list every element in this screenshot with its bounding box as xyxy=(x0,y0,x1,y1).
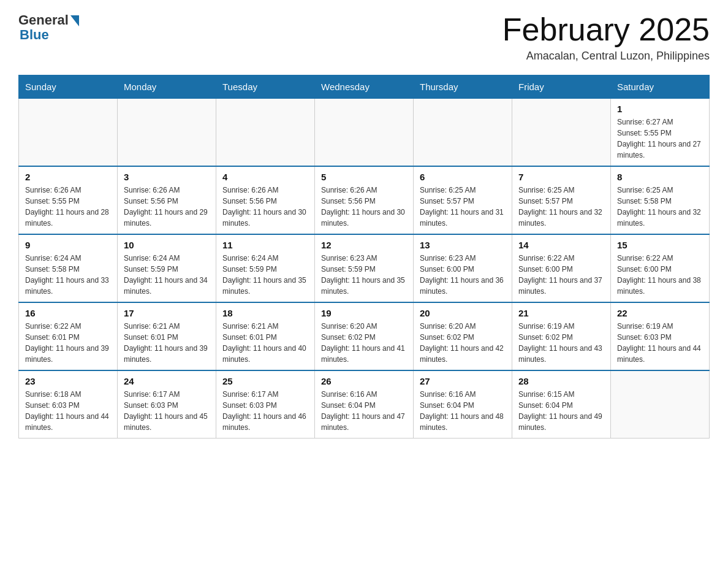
calendar-cell: 19Sunrise: 6:20 AM Sunset: 6:02 PM Dayli… xyxy=(315,302,414,370)
day-info: Sunrise: 6:25 AM Sunset: 5:57 PM Dayligh… xyxy=(518,185,604,229)
calendar-cell xyxy=(118,99,216,167)
day-header-monday: Monday xyxy=(118,75,216,99)
calendar-week-row: 9Sunrise: 6:24 AM Sunset: 5:58 PM Daylig… xyxy=(19,234,710,302)
calendar-cell xyxy=(315,99,414,167)
day-number: 20 xyxy=(420,308,506,318)
day-info: Sunrise: 6:23 AM Sunset: 6:00 PM Dayligh… xyxy=(420,253,506,297)
calendar-cell: 7Sunrise: 6:25 AM Sunset: 5:57 PM Daylig… xyxy=(512,166,611,234)
calendar-cell: 8Sunrise: 6:25 AM Sunset: 5:58 PM Daylig… xyxy=(611,166,710,234)
day-header-saturday: Saturday xyxy=(611,75,710,99)
calendar-cell: 21Sunrise: 6:19 AM Sunset: 6:02 PM Dayli… xyxy=(512,302,611,370)
calendar-cell: 5Sunrise: 6:26 AM Sunset: 5:56 PM Daylig… xyxy=(315,166,414,234)
calendar-cell xyxy=(611,370,710,439)
day-number: 18 xyxy=(222,308,308,318)
day-number: 6 xyxy=(420,172,506,182)
calendar-week-row: 1Sunrise: 6:27 AM Sunset: 5:55 PM Daylig… xyxy=(19,99,710,167)
calendar-cell: 9Sunrise: 6:24 AM Sunset: 5:58 PM Daylig… xyxy=(19,234,118,302)
day-header-sunday: Sunday xyxy=(19,75,118,99)
calendar-cell: 12Sunrise: 6:23 AM Sunset: 5:59 PM Dayli… xyxy=(315,234,414,302)
calendar-week-row: 23Sunrise: 6:18 AM Sunset: 6:03 PM Dayli… xyxy=(19,370,710,439)
day-info: Sunrise: 6:15 AM Sunset: 6:04 PM Dayligh… xyxy=(518,389,604,433)
day-info: Sunrise: 6:26 AM Sunset: 5:56 PM Dayligh… xyxy=(124,185,210,229)
day-info: Sunrise: 6:21 AM Sunset: 6:01 PM Dayligh… xyxy=(124,321,210,365)
calendar-cell: 6Sunrise: 6:25 AM Sunset: 5:57 PM Daylig… xyxy=(414,166,512,234)
calendar-cell: 26Sunrise: 6:16 AM Sunset: 6:04 PM Dayli… xyxy=(315,370,414,439)
day-number: 23 xyxy=(25,376,111,386)
title-section: February 2025 Amacalan, Central Luzon, P… xyxy=(502,12,710,63)
day-info: Sunrise: 6:22 AM Sunset: 6:00 PM Dayligh… xyxy=(518,253,604,297)
logo-blue-text: Blue xyxy=(20,27,49,43)
day-number: 1 xyxy=(617,104,703,114)
day-info: Sunrise: 6:27 AM Sunset: 5:55 PM Dayligh… xyxy=(617,117,703,161)
calendar-cell: 4Sunrise: 6:26 AM Sunset: 5:56 PM Daylig… xyxy=(216,166,315,234)
day-info: Sunrise: 6:20 AM Sunset: 6:02 PM Dayligh… xyxy=(420,321,506,365)
logo-general-text: General xyxy=(18,12,69,28)
day-number: 15 xyxy=(617,240,703,250)
logo-triangle-icon xyxy=(70,15,79,26)
day-number: 28 xyxy=(518,376,604,386)
calendar-cell: 24Sunrise: 6:17 AM Sunset: 6:03 PM Dayli… xyxy=(118,370,216,439)
day-number: 4 xyxy=(222,172,308,182)
day-number: 7 xyxy=(518,172,604,182)
calendar-cell xyxy=(216,99,315,167)
calendar-cell xyxy=(414,99,512,167)
calendar-week-row: 2Sunrise: 6:26 AM Sunset: 5:55 PM Daylig… xyxy=(19,166,710,234)
day-info: Sunrise: 6:20 AM Sunset: 6:02 PM Dayligh… xyxy=(321,321,407,365)
day-header-tuesday: Tuesday xyxy=(216,75,315,99)
calendar-cell: 22Sunrise: 6:19 AM Sunset: 6:03 PM Dayli… xyxy=(611,302,710,370)
day-info: Sunrise: 6:18 AM Sunset: 6:03 PM Dayligh… xyxy=(25,389,111,433)
day-header-wednesday: Wednesday xyxy=(315,75,414,99)
calendar-cell: 23Sunrise: 6:18 AM Sunset: 6:03 PM Dayli… xyxy=(19,370,118,439)
day-info: Sunrise: 6:17 AM Sunset: 6:03 PM Dayligh… xyxy=(124,389,210,433)
day-number: 3 xyxy=(124,172,210,182)
day-number: 22 xyxy=(617,308,703,318)
day-number: 26 xyxy=(321,376,407,386)
calendar-cell: 27Sunrise: 6:16 AM Sunset: 6:04 PM Dayli… xyxy=(414,370,512,439)
day-info: Sunrise: 6:16 AM Sunset: 6:04 PM Dayligh… xyxy=(420,389,506,433)
calendar-week-row: 16Sunrise: 6:22 AM Sunset: 6:01 PM Dayli… xyxy=(19,302,710,370)
day-header-friday: Friday xyxy=(512,75,611,99)
day-info: Sunrise: 6:24 AM Sunset: 5:59 PM Dayligh… xyxy=(124,253,210,297)
calendar-cell: 2Sunrise: 6:26 AM Sunset: 5:55 PM Daylig… xyxy=(19,166,118,234)
day-info: Sunrise: 6:19 AM Sunset: 6:02 PM Dayligh… xyxy=(518,321,604,365)
calendar-cell: 18Sunrise: 6:21 AM Sunset: 6:01 PM Dayli… xyxy=(216,302,315,370)
day-number: 24 xyxy=(124,376,210,386)
day-number: 16 xyxy=(25,308,111,318)
day-info: Sunrise: 6:26 AM Sunset: 5:56 PM Dayligh… xyxy=(222,185,308,229)
day-number: 12 xyxy=(321,240,407,250)
day-number: 2 xyxy=(25,172,111,182)
day-info: Sunrise: 6:19 AM Sunset: 6:03 PM Dayligh… xyxy=(617,321,703,365)
day-info: Sunrise: 6:23 AM Sunset: 5:59 PM Dayligh… xyxy=(321,253,407,297)
calendar-cell: 20Sunrise: 6:20 AM Sunset: 6:02 PM Dayli… xyxy=(414,302,512,370)
day-info: Sunrise: 6:24 AM Sunset: 5:59 PM Dayligh… xyxy=(222,253,308,297)
day-number: 21 xyxy=(518,308,604,318)
calendar-body: 1Sunrise: 6:27 AM Sunset: 5:55 PM Daylig… xyxy=(19,99,710,439)
calendar-cell: 28Sunrise: 6:15 AM Sunset: 6:04 PM Dayli… xyxy=(512,370,611,439)
calendar-cell xyxy=(512,99,611,167)
day-number: 11 xyxy=(222,240,308,250)
day-info: Sunrise: 6:25 AM Sunset: 5:58 PM Dayligh… xyxy=(617,185,703,229)
calendar-cell: 3Sunrise: 6:26 AM Sunset: 5:56 PM Daylig… xyxy=(118,166,216,234)
day-number: 8 xyxy=(617,172,703,182)
day-info: Sunrise: 6:21 AM Sunset: 6:01 PM Dayligh… xyxy=(222,321,308,365)
day-number: 9 xyxy=(25,240,111,250)
day-number: 13 xyxy=(420,240,506,250)
day-number: 19 xyxy=(321,308,407,318)
calendar-header-row: SundayMondayTuesdayWednesdayThursdayFrid… xyxy=(19,75,710,99)
calendar-cell: 10Sunrise: 6:24 AM Sunset: 5:59 PM Dayli… xyxy=(118,234,216,302)
day-number: 27 xyxy=(420,376,506,386)
day-info: Sunrise: 6:24 AM Sunset: 5:58 PM Dayligh… xyxy=(25,253,111,297)
calendar-cell: 16Sunrise: 6:22 AM Sunset: 6:01 PM Dayli… xyxy=(19,302,118,370)
day-info: Sunrise: 6:16 AM Sunset: 6:04 PM Dayligh… xyxy=(321,389,407,433)
day-number: 10 xyxy=(124,240,210,250)
calendar-table: SundayMondayTuesdayWednesdayThursdayFrid… xyxy=(18,75,710,439)
day-header-thursday: Thursday xyxy=(414,75,512,99)
calendar-cell: 17Sunrise: 6:21 AM Sunset: 6:01 PM Dayli… xyxy=(118,302,216,370)
calendar-cell: 11Sunrise: 6:24 AM Sunset: 5:59 PM Dayli… xyxy=(216,234,315,302)
logo: General Blue xyxy=(18,12,79,43)
day-info: Sunrise: 6:26 AM Sunset: 5:56 PM Dayligh… xyxy=(321,185,407,229)
page-header: General Blue February 2025 Amacalan, Cen… xyxy=(18,12,710,63)
day-number: 14 xyxy=(518,240,604,250)
day-number: 5 xyxy=(321,172,407,182)
day-info: Sunrise: 6:17 AM Sunset: 6:03 PM Dayligh… xyxy=(222,389,308,433)
